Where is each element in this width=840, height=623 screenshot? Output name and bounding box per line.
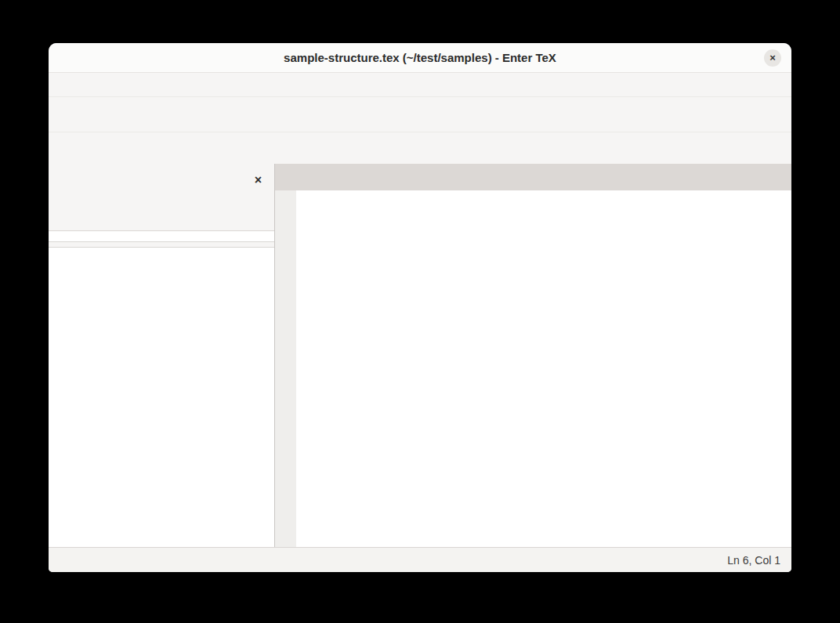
line-number-gutter (275, 190, 296, 547)
structure-sidebar: × (49, 164, 275, 547)
app-window: sample-structure.tex (~/test/samples) - … (49, 43, 791, 572)
window-close-button[interactable]: × (764, 49, 781, 67)
menu-bar (49, 73, 791, 96)
sidebar-tab-row: × (49, 164, 274, 199)
sidebar-toolbar (49, 199, 274, 230)
cursor-position: Ln 6, Col 1 (727, 554, 780, 567)
structure-tree (49, 247, 274, 547)
window-title: sample-structure.tex (~/test/samples) - … (284, 51, 556, 64)
format-toolbar (49, 132, 791, 164)
title-bar: sample-structure.tex (~/test/samples) - … (49, 43, 791, 73)
main-area: × (49, 164, 791, 547)
code-editor[interactable] (275, 190, 791, 547)
editor-pane (275, 164, 791, 547)
sidebar-close-button[interactable]: × (255, 174, 262, 187)
figure-quick-list (49, 230, 274, 242)
status-bar: Ln 6, Col 1 (49, 547, 791, 572)
editor-tab-bar (275, 164, 791, 190)
main-toolbar (49, 96, 791, 132)
